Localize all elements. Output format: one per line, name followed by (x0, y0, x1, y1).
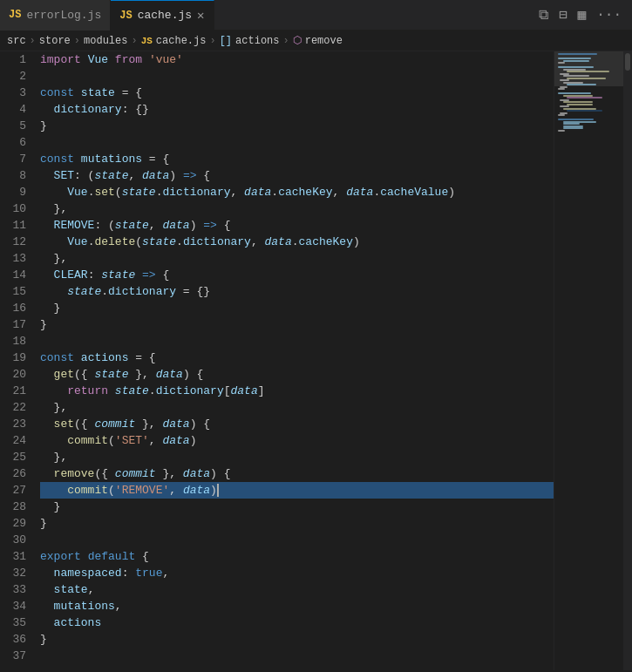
code-line-7: const mutations = { (40, 151, 554, 167)
toolbar-right: ⧉ ⊟ ▦ ··· (535, 3, 632, 27)
breadcrumb-modules[interactable]: modules (84, 35, 127, 47)
view-toggle-icon[interactable]: ⊟ (555, 3, 571, 27)
breadcrumb-store[interactable]: store (39, 35, 71, 47)
scrollbar-thumb[interactable] (625, 53, 630, 71)
code-line-32: namespaced: true, (40, 565, 554, 581)
line-num-16: 16 (10, 300, 26, 316)
line-num-32: 32 (10, 565, 26, 581)
line-num-37: 37 (10, 648, 26, 664)
editor-container: 1 2 3 4 5 6 7 8 9 10 11 12 13 14 15 16 1… (0, 51, 632, 670)
line-num-3: 3 (10, 85, 26, 101)
code-line-18 (40, 333, 554, 350)
vertical-scrollbar[interactable] (623, 51, 632, 670)
code-line-33: state, (40, 581, 554, 598)
line-num-5: 5 (10, 118, 26, 134)
breadcrumb-sep-2: › (74, 35, 80, 47)
line-num-12: 12 (10, 234, 26, 250)
line-num-35: 35 (10, 614, 26, 631)
line-num-22: 22 (10, 399, 26, 416)
tab-bar: JS errorLog.js JS cache.js ✕ ⧉ ⊟ ▦ ··· (0, 0, 632, 31)
layout-icon[interactable]: ▦ (574, 3, 590, 27)
code-line-28: } (40, 499, 554, 515)
code-line-24: commit('SET', data) (40, 432, 554, 449)
breadcrumb-src[interactable]: src (7, 35, 26, 47)
code-line-16: } (40, 300, 554, 316)
code-line-1: import Vue from 'vue' (40, 51, 554, 68)
code-line-13: }, (40, 250, 554, 267)
line-num-19: 19 (10, 350, 26, 366)
line-num-26: 26 (10, 465, 26, 482)
breadcrumb-bracket-icon: [] (220, 35, 232, 47)
code-line-14: CLEAR: state => { (40, 267, 554, 283)
code-editor[interactable]: import Vue from 'vue' const state = { di… (33, 51, 554, 670)
code-line-25: }, (40, 449, 554, 465)
line-num-18: 18 (10, 333, 26, 350)
line-num-25: 25 (10, 449, 26, 465)
line-num-24: 24 (10, 432, 26, 449)
line-num-2: 2 (10, 68, 26, 85)
minimap[interactable] (554, 51, 623, 670)
code-line-12: Vue.delete(state.dictionary, data.cacheK… (40, 234, 554, 250)
code-line-4: dictionary: {} (40, 101, 554, 118)
code-line-10: }, (40, 200, 554, 217)
breadcrumb: src › store › modules › JS cache.js › []… (0, 31, 632, 51)
line-num-31: 31 (10, 548, 26, 565)
tab-errorlog[interactable]: JS errorLog.js (0, 0, 111, 31)
breadcrumb-remove[interactable]: remove (305, 35, 343, 47)
line-num-4: 4 (10, 101, 26, 118)
line-num-7: 7 (10, 151, 26, 167)
tab-cache-label: cache.js (138, 9, 192, 22)
line-num-33: 33 (10, 581, 26, 598)
line-num-30: 30 (10, 532, 26, 548)
js-icon: JS (9, 9, 21, 21)
code-line-2 (40, 68, 554, 85)
line-num-29: 29 (10, 515, 26, 532)
close-icon[interactable]: ✕ (197, 8, 204, 23)
line-num-8: 8 (10, 167, 26, 184)
line-num-14: 14 (10, 267, 26, 283)
split-editor-icon[interactable]: ⧉ (535, 3, 552, 27)
breadcrumb-actions[interactable]: actions (235, 35, 279, 47)
code-line-5: } (40, 118, 554, 134)
line-num-28: 28 (10, 499, 26, 515)
line-num-17: 17 (10, 316, 26, 333)
code-line-36: } (40, 631, 554, 648)
code-line-6 (40, 134, 554, 151)
line-num-9: 9 (10, 184, 26, 200)
code-line-15: state.dictionary = {} (40, 283, 554, 300)
tab-cache[interactable]: JS cache.js ✕ (111, 0, 214, 31)
code-line-11: REMOVE: (state, data) => { (40, 217, 554, 234)
code-line-30 (40, 532, 554, 548)
code-line-26: remove({ commit }, data) { (40, 465, 554, 482)
breadcrumb-cube-icon: ⬡ (293, 34, 302, 47)
line-num-15: 15 (10, 283, 26, 300)
line-num-34: 34 (10, 598, 26, 614)
code-line-29: } (40, 515, 554, 532)
line-num-36: 36 (10, 631, 26, 648)
line-num-13: 13 (10, 250, 26, 267)
line-num-23: 23 (10, 416, 26, 432)
line-num-20: 20 (10, 366, 26, 383)
more-icon[interactable]: ··· (593, 3, 625, 26)
breadcrumb-sep-1: › (30, 35, 36, 47)
line-num-11: 11 (10, 217, 26, 234)
line-num-1: 1 (10, 51, 26, 68)
breadcrumb-sep-4: › (209, 35, 215, 47)
code-line-23: set({ commit }, data) { (40, 416, 554, 432)
line-numbers: 1 2 3 4 5 6 7 8 9 10 11 12 13 14 15 16 1… (0, 51, 33, 670)
code-line-8: SET: (state, data) => { (40, 167, 554, 184)
line-num-27: 27 (10, 482, 26, 499)
breadcrumb-file[interactable]: cache.js (156, 35, 207, 47)
code-line-3: const state = { (40, 85, 554, 101)
breadcrumb-file-icon: JS (141, 36, 153, 46)
tab-errorlog-label: errorLog.js (26, 9, 101, 22)
breadcrumb-sep-5: › (283, 35, 289, 47)
code-line-31: export default { (40, 548, 554, 565)
code-line-35: actions (40, 614, 554, 631)
breadcrumb-sep-3: › (131, 35, 137, 47)
code-line-19: const actions = { (40, 350, 554, 366)
code-line-27: commit('REMOVE', data) (40, 482, 554, 499)
code-line-20: get({ state }, data) { (40, 366, 554, 383)
code-line-34: mutations, (40, 598, 554, 614)
js-icon-active: JS (119, 10, 132, 22)
